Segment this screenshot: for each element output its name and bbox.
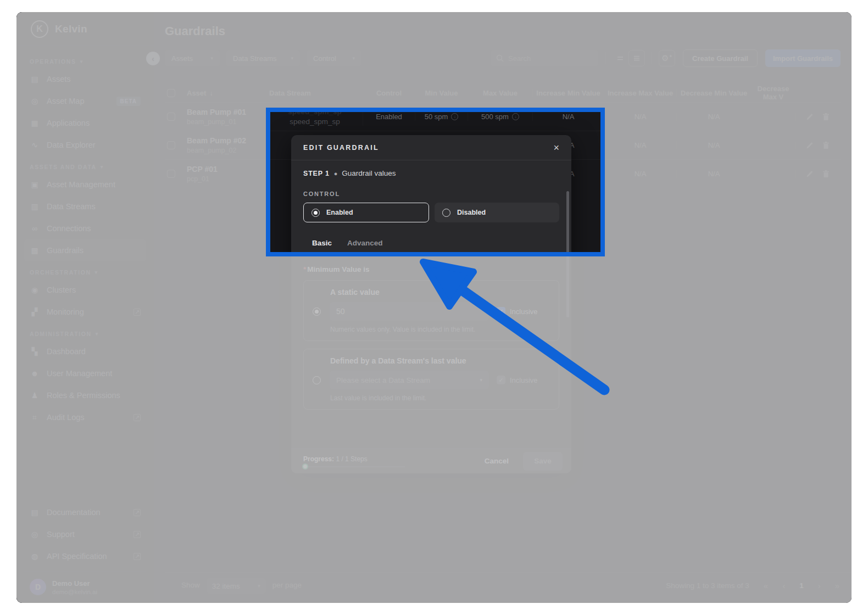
highlight-rectangle	[266, 108, 605, 256]
annotation-arrow	[407, 247, 626, 412]
dim-overlay	[16, 108, 266, 256]
dim-overlay	[16, 12, 852, 108]
dim-overlay	[605, 108, 852, 256]
